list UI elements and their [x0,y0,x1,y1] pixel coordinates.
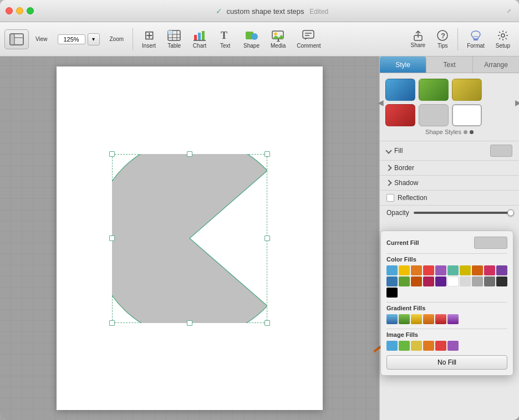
color-cell[interactable] [399,276,410,286]
image-fill-cell[interactable] [423,341,434,351]
minimize-button[interactable] [16,7,23,14]
pacman-shape[interactable] [112,154,267,323]
insert-button[interactable]: ⊞ Insert [138,27,160,51]
shape-container[interactable] [112,154,267,323]
main-content: Style Text Arrange ◀ ▶ [0,57,519,420]
styles-label: Shape Styles [385,129,513,135]
zoom-label-item: Zoom [105,34,129,44]
view-label-item[interactable]: View [31,34,52,44]
format-button[interactable]: Format [462,27,489,51]
color-cell[interactable] [460,265,471,275]
image-fills-grid [386,341,507,351]
titlebar: ✓ custom shape text steps Edited ⤢ [0,0,519,22]
share-icon [413,30,424,41]
tab-arrange[interactable]: Arrange [473,57,519,73]
handle-ml[interactable] [109,235,115,241]
color-cell[interactable] [484,265,495,275]
handle-mr[interactable] [264,235,270,241]
tips-button[interactable]: ? Tips [432,27,453,51]
handle-tm[interactable] [187,151,192,157]
color-cell[interactable] [484,276,495,286]
window-title: ✓ custom shape text steps Edited [39,7,505,16]
style-swatch-5[interactable] [419,104,449,126]
image-fill-cell[interactable] [435,341,446,351]
color-cell[interactable] [472,276,483,286]
fill-row[interactable]: Fill [380,141,519,160]
handle-bm[interactable] [187,320,192,326]
view-button[interactable] [4,29,29,49]
chart-icon [192,29,207,42]
style-swatch-6[interactable] [452,104,482,126]
close-button[interactable] [6,7,13,14]
zoom-dropdown-button[interactable]: ▾ [88,33,100,45]
gradient-cell[interactable] [399,314,410,324]
media-button[interactable]: Media [266,27,290,51]
color-cell[interactable] [423,265,434,275]
handle-br[interactable] [264,320,270,326]
style-swatch-2[interactable] [419,79,449,101]
window-controls [6,7,34,14]
text-button[interactable]: T Text [213,27,237,51]
border-row[interactable]: Border [380,160,519,175]
zoom-display[interactable]: 125% [58,34,85,44]
color-cell[interactable] [423,276,434,286]
shadow-row[interactable]: Shadow [380,175,519,190]
color-cell[interactable] [435,265,446,275]
svg-rect-18 [303,30,314,38]
tab-text[interactable]: Text [426,57,473,73]
media-icon [271,29,286,42]
color-cell[interactable] [399,265,410,275]
tab-style[interactable]: Style [380,57,426,73]
color-cell[interactable] [386,276,398,286]
no-fill-button[interactable]: No Fill [386,355,507,370]
handle-bl[interactable] [109,320,115,326]
maximize-button[interactable] [27,7,34,14]
image-fill-cell[interactable] [411,341,422,351]
opacity-slider[interactable] [414,212,512,214]
color-cell[interactable] [386,265,398,275]
style-swatch-4[interactable] [385,104,415,126]
fullscreen-button[interactable]: ⤢ [505,7,513,16]
image-fill-cell[interactable] [399,341,410,351]
shape-button[interactable]: Shape [239,27,264,51]
color-cell[interactable] [472,265,483,275]
color-cell[interactable] [435,276,446,286]
color-cell[interactable] [496,265,507,275]
shadow-arrow [385,180,391,186]
table-button[interactable]: Table [162,27,186,51]
color-cell[interactable] [386,288,398,298]
gradient-cell[interactable] [411,314,422,324]
style-nav-right[interactable]: ▶ [515,98,519,107]
gradient-cell[interactable] [423,314,434,324]
current-fill-swatch[interactable] [474,237,507,249]
divider-3 [386,329,507,329]
comment-button[interactable]: Comment [292,27,325,51]
color-cell[interactable] [411,265,422,275]
color-cell[interactable] [411,276,422,286]
color-cell[interactable] [447,265,459,275]
style-swatch-1[interactable] [385,79,415,101]
zoom-control: 125% ▾ [54,33,103,45]
handle-tl[interactable] [109,151,115,157]
style-swatch-3[interactable] [452,79,482,101]
chart-button[interactable]: Chart [188,27,211,51]
color-cell[interactable] [447,276,459,286]
gradient-cell[interactable] [435,314,446,324]
gradient-fills-grid [386,314,507,324]
fill-swatch[interactable] [490,145,512,157]
setup-button[interactable]: Setup [491,27,515,51]
svg-rect-1 [10,34,14,45]
image-fill-cell[interactable] [447,341,459,351]
reflection-checkbox[interactable] [386,194,394,202]
table-icon [167,29,181,42]
color-cell[interactable] [460,276,471,286]
slide[interactable] [57,66,323,410]
style-nav-left[interactable]: ◀ [378,98,384,107]
image-fill-cell[interactable] [386,341,398,351]
gradient-cell[interactable] [447,314,459,324]
handle-tr[interactable] [264,151,270,157]
gradient-cell[interactable] [386,314,398,324]
share-button[interactable]: Share [406,28,430,50]
color-cell[interactable] [496,276,507,286]
divider-1 [386,253,507,254]
